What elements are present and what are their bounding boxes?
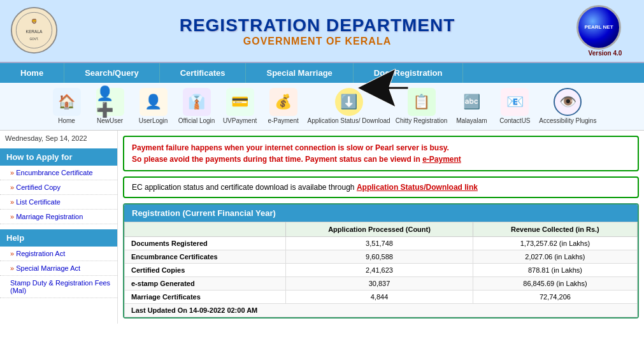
nav-special-marriage[interactable]: Special Marriage	[246, 63, 353, 83]
date-label: Wednesday, Sep 14, 2022	[0, 131, 117, 146]
nav-home[interactable]: Home	[0, 63, 64, 83]
col-header-rev: Revenue Collected (in Rs.)	[473, 222, 637, 237]
row-label-3: e-stamp Generated	[125, 277, 286, 290]
user-login-icon-label: UserLogin	[139, 117, 168, 125]
malayalam-icon-item[interactable]: 🔤 Malayalam	[452, 88, 490, 125]
uv-payment-icon-label: UVPayment	[223, 117, 257, 125]
row-label-2: Certified Copies	[125, 264, 286, 277]
row-revenue-2: 878.81 (in Lakhs)	[473, 264, 637, 277]
nav-certificates[interactable]: Certificates	[160, 63, 247, 83]
navbar: Home Search/Query Certificates Special M…	[0, 63, 644, 83]
reg-table-title: Registration (Current Financial Year)	[124, 204, 638, 222]
sidebar-link-registration-act[interactable]: Registration Act	[0, 247, 117, 261]
iconbar: 🏠 Home 👤➕ NewUser 👤 UserLogin 👔 Official…	[0, 83, 644, 131]
row-count-0: 3,51,748	[286, 237, 473, 250]
app-status-icon-label: Application Status/ Download	[308, 117, 390, 125]
header-title-block: REGISTRATION DEPARTMENT GOVERNMENT OF KE…	[58, 15, 576, 47]
main-content: Payment failure happens when your intern…	[118, 131, 644, 324]
new-user-icon-label: NewUser	[97, 117, 123, 125]
contact-us-icon-label: ContactUS	[499, 117, 530, 125]
official-login-icon-label: Official Login	[178, 117, 215, 125]
header: 🦁 KERALA GOVT. REGISTRATION DEPARTMENT G…	[0, 0, 644, 63]
table-row: e-stamp Generated 30,837 86,845.69 (in L…	[125, 277, 638, 290]
home-icon-item[interactable]: 🏠 Home	[48, 88, 86, 125]
row-count-3: 30,837	[286, 277, 473, 290]
accessibility-icon-item[interactable]: 👁️ Accessibility Plugins	[539, 88, 596, 125]
svg-text:KERALA: KERALA	[26, 29, 43, 34]
chitty-registration-icon: 📋	[408, 88, 436, 116]
accessibility-icon: 👁️	[554, 88, 582, 116]
user-login-icon-item[interactable]: 👤 UserLogin	[134, 88, 173, 125]
kerala-emblem: 🦁 KERALA GOVT.	[10, 6, 58, 54]
how-to-apply-title: How to Apply for	[0, 148, 117, 166]
row-revenue-4: 72,74,206	[473, 290, 637, 304]
e-payment-icon-item[interactable]: 💰 e-Payment	[264, 88, 303, 125]
globe-icon: PEARL NET	[576, 5, 621, 50]
payment-alert-text: Payment failure happens when your intern…	[132, 142, 630, 165]
home-icon-label: Home	[58, 117, 75, 125]
version-text: Version 4.0	[576, 50, 634, 57]
row-revenue-0: 1,73,257.62 (in Lakhs)	[473, 237, 637, 250]
uv-payment-icon: 💳	[226, 88, 254, 116]
app-status-download-link[interactable]: Application Status/Download link	[357, 183, 478, 192]
official-login-icon: 👔	[183, 88, 211, 116]
row-count-4: 4,844	[286, 290, 473, 304]
epayment-link[interactable]: e-Payment	[422, 155, 461, 164]
col-header-app: Application Processed (Count)	[286, 222, 473, 237]
nav-doc-registration[interactable]: Doc. Registration	[354, 63, 464, 83]
registration-table: Application Processed (Count) Revenue Co…	[124, 222, 638, 317]
sidebar-link-list-certificate[interactable]: List Certificate	[0, 195, 117, 210]
row-label-1: Encumbrance Certificates	[125, 250, 286, 264]
header-logo-area: 🦁 KERALA GOVT.	[10, 6, 58, 56]
user-login-icon: 👤	[140, 88, 168, 116]
content-wrapper: Wednesday, Sep 14, 2022 How to Apply for…	[0, 131, 644, 324]
malayalam-icon: 🔤	[457, 88, 485, 116]
header-globe-area: PEARL NET Version 4.0	[576, 5, 634, 57]
e-payment-icon-label: e-Payment	[268, 117, 298, 125]
sidebar-link-special-marriage-act[interactable]: Special Marriage Act	[0, 261, 117, 276]
chitty-arrow-group: 📋 Chitty Registration	[396, 88, 448, 125]
sidebar-link-marriage-reg[interactable]: Marriage Registration	[0, 210, 117, 224]
table-row: Certified Copies 2,41,623 878.81 (in Lak…	[125, 264, 638, 277]
table-row: Encumbrance Certificates 9,60,588 2,027.…	[125, 250, 638, 264]
e-payment-icon: 💰	[269, 88, 297, 116]
nav-search[interactable]: Search/Query	[64, 63, 160, 83]
official-login-icon-item[interactable]: 👔 Official Login	[178, 88, 216, 125]
ec-alert-box: EC application status and certificate do…	[123, 176, 639, 198]
dept-title: REGISTRATION DEPARTMENT	[58, 15, 576, 36]
svg-text:GOVT.: GOVT.	[29, 37, 38, 40]
last-updated-text: Last Updated On 14-09-2022 02:00 AM	[125, 304, 638, 317]
row-revenue-3: 86,845.69 (in Lakhs)	[473, 277, 637, 290]
app-status-icon: ⬇️	[335, 88, 363, 116]
sidebar-link-encumbrance[interactable]: Encumbrance Certificate	[0, 166, 117, 180]
row-label-0: Documents Registered	[125, 237, 286, 250]
row-label-4: Marriage Certificates	[125, 290, 286, 304]
table-row: Marriage Certificates 4,844 72,74,206	[125, 290, 638, 304]
contact-us-icon-item[interactable]: 📧 ContactUS	[496, 88, 534, 125]
table-row: Documents Registered 3,51,748 1,73,257.6…	[125, 237, 638, 250]
new-user-icon: 👤➕	[96, 88, 124, 116]
payment-alert-box: Payment failure happens when your intern…	[123, 136, 639, 171]
chitty-registration-icon-label: Chitty Registration	[396, 117, 448, 125]
sidebar-link-certified-copy[interactable]: Certified Copy	[0, 180, 117, 195]
home-icon: 🏠	[53, 88, 81, 116]
col-header-label	[125, 222, 286, 237]
svg-text:🦁: 🦁	[31, 18, 38, 24]
app-status-icon-item[interactable]: ⬇️ Application Status/ Download	[308, 88, 390, 125]
dept-subtitle: GOVERNMENT OF KERALA	[58, 36, 576, 47]
row-revenue-1: 2,027.06 (in Lakhs)	[473, 250, 637, 264]
row-count-2: 2,41,623	[286, 264, 473, 277]
uv-payment-icon-item[interactable]: 💳 UVPayment	[221, 88, 259, 125]
help-title: Help	[0, 229, 117, 247]
sidebar-stamp-duty[interactable]: Stamp Duty & Registration Fees (Mal)	[0, 276, 117, 298]
contact-us-icon: 📧	[501, 88, 529, 116]
chitty-registration-icon-item[interactable]: 📋 Chitty Registration	[396, 88, 448, 125]
new-user-icon-item[interactable]: 👤➕ NewUser	[91, 88, 129, 125]
sidebar: Wednesday, Sep 14, 2022 How to Apply for…	[0, 131, 118, 324]
row-count-1: 9,60,588	[286, 250, 473, 264]
ec-alert-text: EC application status and certificate do…	[132, 183, 357, 192]
registration-table-wrapper: Registration (Current Financial Year) Ap…	[123, 203, 639, 319]
last-updated-row: Last Updated On 14-09-2022 02:00 AM	[125, 304, 638, 317]
accessibility-icon-label: Accessibility Plugins	[539, 117, 596, 125]
pearl-label: PEARL NET	[584, 24, 613, 31]
